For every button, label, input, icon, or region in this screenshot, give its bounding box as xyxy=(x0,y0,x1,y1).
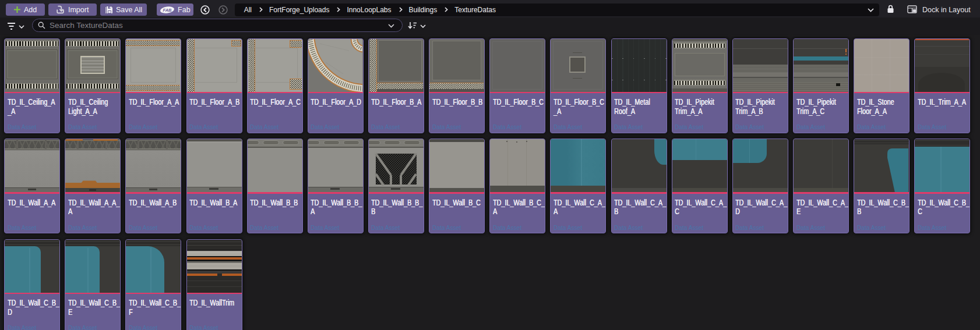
svg-text:FAB: FAB xyxy=(163,7,172,12)
